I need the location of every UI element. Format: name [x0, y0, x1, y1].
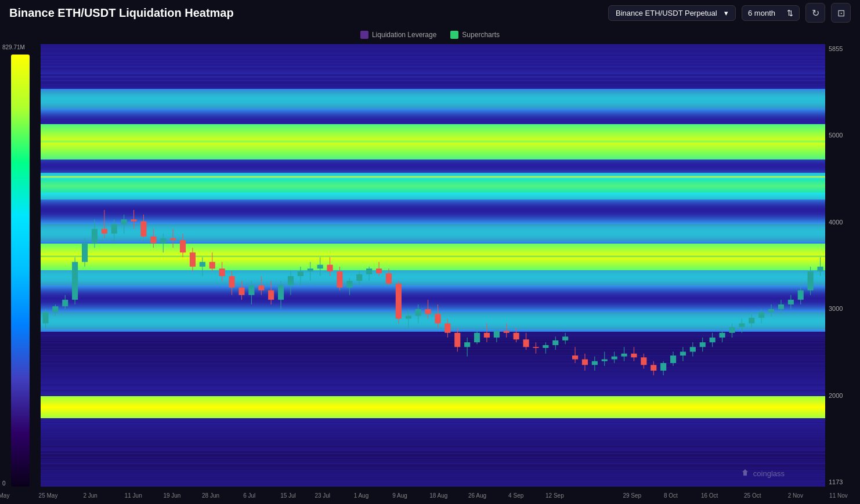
price-label-4000: 4000 — [825, 219, 860, 226]
legend-label-supercharts: Supercharts — [462, 31, 500, 39]
color-bar — [11, 55, 30, 487]
refresh-icon: ↻ — [812, 8, 819, 19]
x-label: 25 May — [39, 492, 58, 499]
heatmap-wrapper: coinglass — [41, 44, 825, 487]
x-label: 16 May — [0, 492, 9, 499]
color-scale: 829.71M 0 — [0, 44, 41, 487]
x-label: 25 Oct — [744, 492, 761, 499]
pair-label: Binance ETH/USDT Perpetual — [616, 9, 717, 17]
heatmap-canvas[interactable] — [41, 44, 825, 487]
camera-icon: ⊡ — [837, 8, 845, 19]
scale-max-label: 829.71M — [2, 44, 25, 50]
x-label: 15 Jul — [280, 492, 296, 499]
legend-color-liquidation — [360, 31, 368, 39]
x-label: 4 Sep — [508, 492, 523, 499]
scale-min-label: 0 — [2, 480, 6, 487]
price-label-1173: 1173 — [825, 478, 860, 485]
timeframe-label: 6 month — [748, 9, 775, 17]
x-label: 28 Jun — [202, 492, 219, 499]
legend-label-liquidation: Liquidation Leverage — [372, 31, 436, 39]
x-label: 6 Jul — [243, 492, 255, 499]
screenshot-button[interactable]: ⊡ — [831, 3, 851, 23]
x-label: 11 Nov — [829, 492, 848, 499]
x-label: 29 Sep — [623, 492, 641, 499]
legend-item-supercharts: Supercharts — [450, 31, 500, 39]
pair-selector[interactable]: Binance ETH/USDT Perpetual ▾ — [608, 5, 736, 21]
price-label-2000: 2000 — [825, 392, 860, 399]
legend-item-liquidation: Liquidation Leverage — [360, 31, 436, 39]
header-controls: Binance ETH/USDT Perpetual ▾ 6 month ⇅ ↻… — [608, 3, 851, 23]
x-label: 2 Jun — [83, 492, 97, 499]
price-label-5000: 5000 — [825, 132, 860, 139]
x-label: 9 Aug — [392, 492, 407, 499]
x-label: 26 Aug — [468, 492, 486, 499]
price-axis: 5855 5000 4000 3000 2000 1173 — [825, 44, 860, 487]
price-label-3000: 3000 — [825, 305, 860, 312]
x-label: 23 Jul — [315, 492, 330, 499]
page-title: Binance ETH/USDT Liquidation Heatmap — [9, 6, 234, 20]
updown-arrows-icon: ⇅ — [787, 9, 793, 17]
x-label: 16 Oct — [701, 492, 718, 499]
legend: Liquidation Leverage Supercharts — [0, 26, 860, 44]
timeframe-selector[interactable]: 6 month ⇅ — [742, 5, 800, 21]
x-label: 12 Sep — [545, 492, 564, 499]
chart-area: 829.71M 0 coinglass 5855 5000 4000 3000 … — [0, 44, 860, 487]
x-label: 18 Aug — [429, 492, 447, 499]
x-label: 19 Jun — [163, 492, 180, 499]
chevron-down-icon: ▾ — [724, 9, 728, 17]
x-label: 11 Jun — [125, 492, 142, 499]
x-label: 1 Aug — [354, 492, 369, 499]
x-axis: 16 May25 May2 Jun11 Jun19 Jun28 Jun6 Jul… — [0, 487, 860, 504]
legend-color-supercharts — [450, 31, 458, 39]
refresh-button[interactable]: ↻ — [805, 3, 825, 23]
price-label-5855: 5855 — [825, 45, 860, 52]
x-label: 2 Nov — [788, 492, 803, 499]
header: Binance ETH/USDT Liquidation Heatmap Bin… — [0, 0, 860, 26]
x-label: 8 Oct — [664, 492, 678, 499]
